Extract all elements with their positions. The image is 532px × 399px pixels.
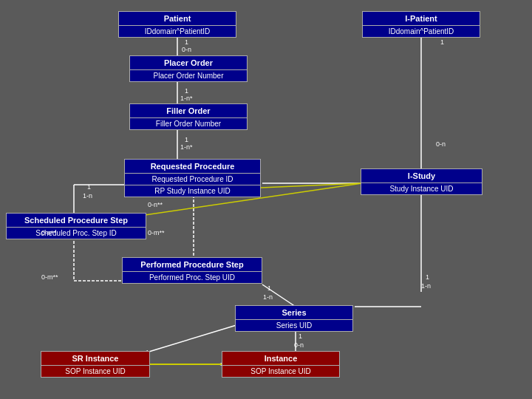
label-pps-series-1n: 1-n — [263, 293, 273, 301]
series-entity: Series Series UID — [235, 305, 353, 332]
label-rp-sps-1: 1 — [87, 183, 91, 191]
label-istudy-series-1n: 1-n — [421, 282, 431, 290]
instance-entity: Instance SOP Instance UID — [222, 351, 340, 378]
patient-entity: Patient IDdomain^PatientID — [118, 11, 236, 38]
requested-procedure-body1: Requested Procedure ID — [124, 174, 261, 185]
pps-header: Performed Procedure Step — [122, 257, 262, 272]
label-patient-placer-1: 1 — [185, 38, 188, 46]
label-pps-series-1: 1 — [267, 284, 271, 292]
patient-header: Patient — [118, 11, 236, 26]
placer-order-body: Placer Order Number — [129, 70, 248, 82]
label-placer-filler-1: 1 — [185, 87, 188, 95]
label-placer-filler-1n: 1-n* — [180, 95, 193, 102]
sr-instance-entity: SR Instance SOP Instance UID — [41, 351, 150, 378]
requested-procedure-entity: Requested Procedure Requested Procedure … — [124, 159, 261, 197]
label-filler-rp-1: 1 — [185, 136, 188, 143]
filler-order-entity: Filler Order Filler Order Number — [129, 103, 248, 130]
ipatient-entity: I-Patient IDdomain^PatientID — [362, 11, 480, 38]
label-rp-pps-0m: 0-m** — [148, 229, 165, 236]
label-sps-pps-0n: 0-n** — [41, 229, 56, 236]
patient-body: IDdomain^PatientID — [118, 26, 236, 38]
instance-body: SOP Instance UID — [222, 366, 340, 378]
label-sps-pps-0m: 0-m** — [41, 273, 58, 281]
series-header: Series — [235, 305, 353, 320]
svg-line-16 — [144, 325, 236, 353]
sr-instance-body: SOP Instance UID — [41, 366, 150, 378]
requested-procedure-header: Requested Procedure — [124, 159, 261, 174]
filler-order-body: Filler Order Number — [129, 118, 248, 130]
istudy-body: Study Instance UID — [361, 183, 482, 195]
istudy-header: I-Study — [361, 168, 482, 183]
sps-entity: Scheduled Procedure Step Scheduled Proc.… — [6, 213, 146, 239]
label-istudy-series-1: 1 — [426, 273, 429, 281]
label-rp-sps-1n: 1-n — [83, 192, 92, 200]
label-patient-placer-0n: 0-n — [182, 46, 191, 53]
label-ipatient-istudy-0n: 0-n — [436, 140, 446, 148]
placer-order-entity: Placer Order Placer Order Number — [129, 55, 248, 82]
filler-order-header: Filler Order — [129, 103, 248, 118]
label-series-instance-1: 1 — [299, 332, 302, 340]
sr-instance-header: SR Instance — [41, 351, 150, 366]
connections-svg — [0, 0, 532, 399]
ipatient-header: I-Patient — [362, 11, 480, 26]
label-rp-pps-0n: 0-n** — [148, 201, 163, 208]
ipatient-body: IDdomain^PatientID — [362, 26, 480, 38]
requested-procedure-body2: RP Study Instance UID — [124, 185, 261, 197]
placer-order-header: Placer Order — [129, 55, 248, 70]
label-series-instance-0n: 0-n — [294, 341, 304, 349]
diagram-container: Patient IDdomain^PatientID I-Patient IDd… — [0, 0, 532, 399]
series-body: Series UID — [235, 320, 353, 332]
istudy-entity: I-Study Study Instance UID — [361, 168, 482, 195]
label-ipatient-istudy-1: 1 — [440, 38, 444, 46]
sps-body: Scheduled Proc. Step ID — [6, 228, 146, 239]
pps-body: Performed Proc. Step UID — [122, 272, 262, 284]
instance-header: Instance — [222, 351, 340, 366]
label-filler-rp-1n: 1-n* — [180, 143, 193, 151]
sps-header: Scheduled Procedure Step — [6, 213, 146, 228]
pps-entity: Performed Procedure Step Performed Proc.… — [122, 257, 262, 284]
